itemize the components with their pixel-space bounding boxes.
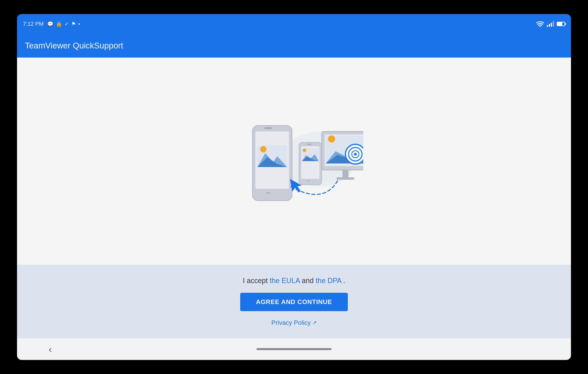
signal-icon	[547, 21, 554, 27]
svg-rect-3	[551, 23, 552, 27]
privacy-policy-link[interactable]: Privacy Policy ↗	[271, 319, 316, 326]
svg-rect-1	[547, 25, 548, 27]
check-icon: ✓	[64, 21, 69, 27]
accept-text: I accept the EULA and the DPA .	[243, 277, 345, 285]
svg-rect-10	[264, 127, 272, 129]
dpa-link[interactable]: the DPA	[315, 277, 341, 285]
svg-point-23	[303, 149, 306, 152]
svg-rect-27	[336, 177, 354, 180]
illustration-svg	[225, 102, 363, 220]
bottom-panel: I accept the EULA and the DPA . AGREE AN…	[17, 265, 571, 338]
svg-rect-4	[553, 21, 554, 27]
main-content: I accept the EULA and the DPA . AGREE AN…	[17, 58, 571, 338]
app-bar: TeamViewer QuickSupport	[17, 34, 571, 58]
wifi-icon	[536, 21, 544, 27]
status-icons-group: 💬 🔒 ✓ ⚑ •	[47, 21, 80, 27]
nav-bar: ‹	[17, 338, 571, 360]
illustration-area	[17, 58, 571, 265]
svg-rect-2	[549, 24, 550, 27]
lock-icon: 🔒	[56, 21, 62, 27]
status-time: 7:12 PM	[23, 21, 43, 27]
eula-link[interactable]: the EULA	[270, 277, 300, 285]
status-right	[536, 21, 565, 27]
svg-rect-11	[266, 192, 270, 193]
message-icon: 💬	[47, 21, 53, 27]
svg-rect-26	[343, 170, 348, 178]
dot-icon: •	[78, 21, 80, 27]
flag-icon: ⚑	[71, 21, 76, 27]
back-button[interactable]: ‹	[49, 344, 52, 355]
status-left: 7:12 PM 💬 🔒 ✓ ⚑ •	[23, 21, 80, 27]
svg-point-15	[260, 146, 266, 152]
app-title: TeamViewer QuickSupport	[25, 41, 123, 51]
svg-rect-18	[307, 144, 312, 145]
status-bar: 7:12 PM 💬 🔒 ✓ ⚑ •	[17, 14, 571, 34]
device-frame: 7:12 PM 💬 🔒 ✓ ⚑ •	[17, 14, 571, 360]
svg-point-36	[354, 153, 357, 156]
battery-icon	[557, 22, 565, 26]
external-link-icon: ↗	[312, 320, 317, 326]
svg-point-0	[539, 26, 541, 27]
svg-point-31	[328, 135, 335, 142]
home-indicator[interactable]	[256, 348, 332, 350]
svg-rect-19	[307, 181, 310, 181]
agree-and-continue-button[interactable]: AGREE AND CONTINUE	[240, 293, 348, 311]
